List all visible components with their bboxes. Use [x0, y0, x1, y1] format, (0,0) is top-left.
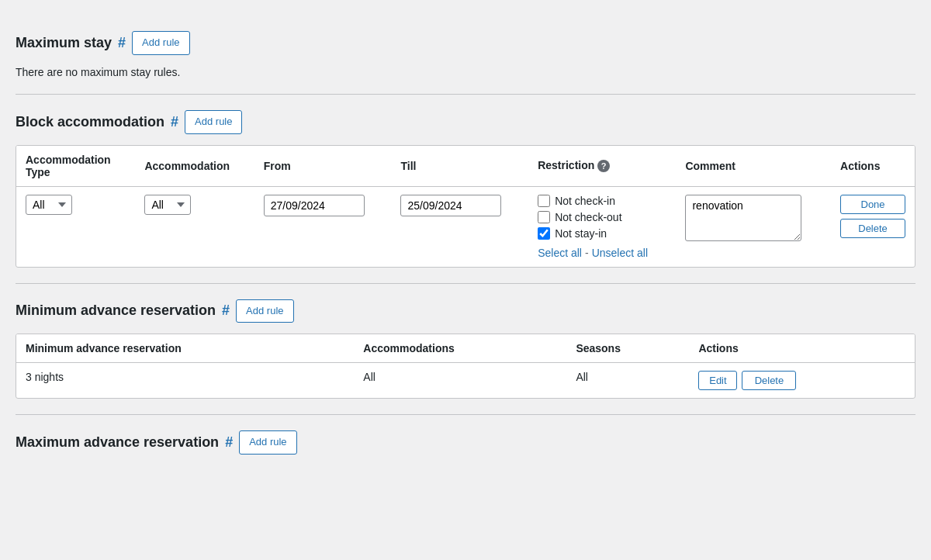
cell-min-actions: Edit Delete — [689, 363, 915, 399]
cell-from — [254, 186, 392, 267]
col-accommodations: Accommodations — [354, 334, 566, 363]
block-accommodation-header-row: AccommodationType Accommodation From Til… — [16, 146, 915, 187]
maximum-advance-header: Maximum advance reservation # Add rule — [16, 430, 915, 455]
till-date-input[interactable] — [400, 195, 501, 216]
maximum-stay-add-rule-button[interactable]: Add rule — [132, 31, 189, 55]
restriction-checkboxes: Not check-in Not check-out Not stay-in — [538, 195, 666, 259]
maximum-stay-header: Maximum stay # Add rule — [16, 31, 915, 55]
block-accommodation-table-wrapper: AccommodationType Accommodation From Til… — [16, 145, 915, 268]
cell-restriction: Not check-in Not check-out Not stay-in — [528, 186, 676, 267]
not-checkin-text: Not check-in — [555, 195, 615, 207]
link-separator: - — [585, 247, 589, 259]
minimum-advance-header: Minimum advance reservation # Add rule — [16, 299, 915, 323]
minimum-advance-hash: # — [222, 302, 230, 319]
cell-min-advance-value: 3 nights — [16, 363, 354, 399]
restriction-info-icon: ? — [597, 160, 610, 172]
block-accommodation-section: Block accommodation # Add rule Accommoda… — [16, 95, 915, 284]
maximum-advance-title: Maximum advance reservation — [16, 434, 219, 451]
comment-textarea[interactable]: renovation — [685, 195, 801, 241]
col-comment: Comment — [676, 146, 831, 187]
minimum-advance-add-rule-button[interactable]: Add rule — [236, 299, 293, 323]
minimum-advance-title: Minimum advance reservation — [16, 302, 216, 319]
from-date-input[interactable] — [264, 195, 365, 216]
min-advance-edit-button[interactable]: Edit — [698, 371, 737, 390]
col-min-actions: Actions — [689, 334, 915, 363]
select-all-link[interactable]: Select all — [538, 247, 582, 259]
cell-actions: Done Delete — [831, 186, 915, 267]
unselect-all-link[interactable]: Unselect all — [592, 247, 648, 259]
not-checkout-checkbox[interactable] — [538, 211, 550, 223]
maximum-stay-hash: # — [118, 35, 126, 51]
maximum-advance-add-rule-button[interactable]: Add rule — [239, 430, 296, 455]
minimum-advance-row: 3 nights All All Edit Delete — [16, 363, 915, 399]
cell-accommodation-type: All — [16, 186, 135, 267]
min-advance-action-buttons: Edit Delete — [698, 371, 905, 390]
maximum-stay-section: Maximum stay # Add rule There are no max… — [16, 16, 915, 95]
cell-seasons-value: All — [566, 363, 689, 399]
block-accommodation-add-rule-button[interactable]: Add rule — [185, 110, 242, 134]
cell-accommodations-value: All — [354, 363, 566, 399]
col-till: Till — [391, 146, 528, 187]
min-advance-delete-button[interactable]: Delete — [742, 371, 796, 390]
not-stayin-label[interactable]: Not stay-in — [538, 227, 666, 240]
block-accommodation-row: All All — [16, 186, 915, 267]
minimum-advance-table-wrapper: Minimum advance reservation Accommodatio… — [16, 334, 915, 399]
accommodation-type-select[interactable]: All — [26, 195, 72, 215]
col-min-advance: Minimum advance reservation — [16, 334, 354, 363]
block-accommodation-hash: # — [171, 114, 178, 130]
not-checkout-text: Not check-out — [555, 211, 621, 223]
block-accommodation-table: AccommodationType Accommodation From Til… — [16, 146, 915, 267]
maximum-advance-section: Maximum advance reservation # Add rule — [16, 415, 915, 481]
col-restriction: Restriction ? — [528, 146, 676, 187]
cell-comment: renovation — [676, 186, 831, 267]
not-stayin-text: Not stay-in — [555, 227, 607, 240]
not-checkin-label[interactable]: Not check-in — [538, 195, 666, 207]
col-seasons: Seasons — [566, 334, 689, 363]
not-checkin-checkbox[interactable] — [538, 195, 550, 207]
delete-button[interactable]: Delete — [840, 219, 905, 238]
block-accommodation-header: Block accommodation # Add rule — [16, 110, 915, 134]
block-accommodation-title: Block accommodation — [16, 114, 164, 130]
minimum-advance-header-row: Minimum advance reservation Accommodatio… — [16, 334, 915, 363]
maximum-advance-hash: # — [225, 434, 233, 451]
col-accommodation-type: AccommodationType — [16, 146, 135, 187]
select-links: Select all - Unselect all — [538, 247, 666, 259]
action-buttons: Done Delete — [840, 195, 905, 238]
cell-accommodation: All — [135, 186, 254, 267]
col-actions: Actions — [831, 146, 915, 187]
col-from: From — [254, 146, 392, 187]
not-checkout-label[interactable]: Not check-out — [538, 211, 666, 223]
cell-till — [391, 186, 528, 267]
maximum-stay-title: Maximum stay — [16, 35, 112, 51]
done-button[interactable]: Done — [840, 195, 905, 214]
accommodation-select[interactable]: All — [144, 195, 191, 215]
maximum-stay-empty-message: There are no maximum stay rules. — [16, 66, 915, 78]
minimum-advance-section: Minimum advance reservation # Add rule M… — [16, 284, 915, 416]
minimum-advance-table: Minimum advance reservation Accommodatio… — [16, 334, 915, 398]
not-stayin-checkbox[interactable] — [538, 227, 550, 240]
col-accommodation: Accommodation — [135, 146, 254, 187]
